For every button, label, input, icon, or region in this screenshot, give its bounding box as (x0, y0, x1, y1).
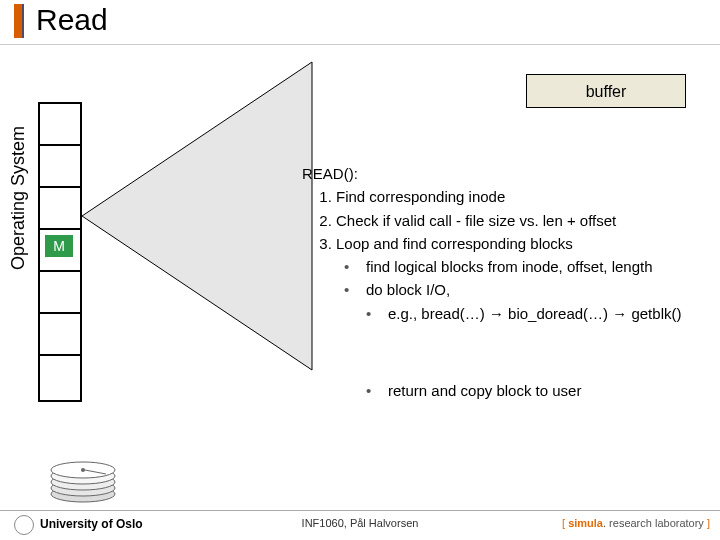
footer: University of Oslo INF1060, Pål Halvorse… (0, 510, 720, 540)
page-title: Read (36, 3, 108, 37)
footer-right: [ simula. research laboratory ] (562, 517, 710, 529)
svg-marker-0 (82, 62, 312, 370)
svg-point-6 (81, 468, 85, 472)
read-step: Loop and find corresponding blocks (336, 232, 681, 255)
disk-stack-icon (48, 450, 118, 504)
buffer-box: buffer (526, 74, 686, 108)
footer-brand: simula (568, 517, 603, 529)
read-description: READ(): Find corresponding inode Check i… (302, 162, 681, 325)
read-bullet: do block I/O, (344, 278, 681, 301)
read-step: Find corresponding inode (336, 185, 681, 208)
read-step: Check if valid call - file size vs. len … (336, 209, 681, 232)
title-bar: Read (0, 0, 720, 45)
triangle-icon (72, 56, 318, 376)
read-heading: READ(): (302, 162, 681, 185)
os-label: Operating System (8, 126, 29, 270)
read-return: return and copy block to user (366, 382, 581, 399)
title-accent-icon (14, 4, 24, 38)
footer-rest: . research laboratory (603, 517, 704, 529)
m-badge: M (45, 235, 73, 257)
read-bullet: e.g., bread(…) → bio_doread(…) → getblk(… (366, 302, 681, 325)
read-bullet: find logical blocks from inode, offset, … (344, 255, 681, 278)
